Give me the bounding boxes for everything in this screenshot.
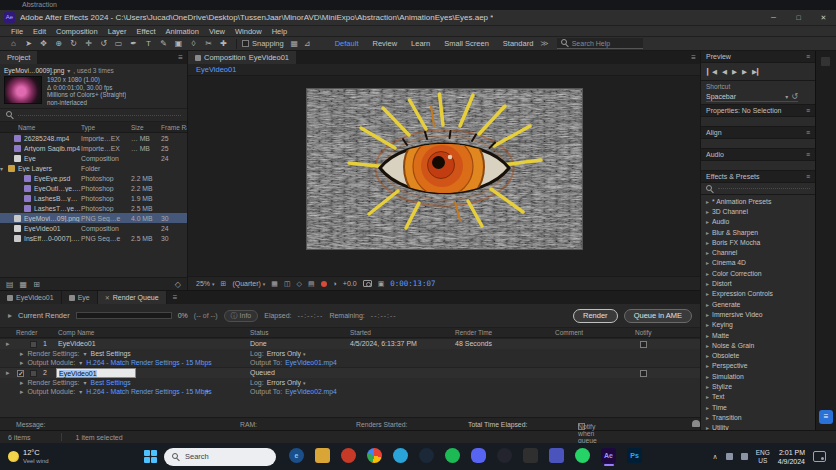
tab-timeline-eyevideo01[interactable]: EyeVideo01 bbox=[0, 291, 62, 304]
effects-category[interactable]: Color Correction bbox=[701, 268, 815, 278]
twirl-icon[interactable] bbox=[706, 331, 709, 340]
menu-item[interactable]: Window bbox=[230, 27, 267, 36]
viewer-tab[interactable]: EyeVideo01 bbox=[196, 65, 236, 74]
notify-checkbox[interactable] bbox=[640, 370, 647, 377]
effects-category[interactable]: Matte bbox=[701, 330, 815, 340]
twirl-icon[interactable]: ▾ bbox=[0, 165, 8, 172]
align-panel-header[interactable]: Align bbox=[701, 127, 815, 139]
twirl-icon[interactable] bbox=[706, 248, 709, 257]
composition-viewer[interactable] bbox=[188, 76, 700, 276]
eraser-tool-icon[interactable]: ◊ bbox=[186, 37, 201, 50]
dropdown-icon[interactable] bbox=[79, 359, 82, 366]
menu-item[interactable]: Edit bbox=[28, 27, 51, 36]
snapshot-icon[interactable] bbox=[363, 280, 372, 287]
weather-widget[interactable]: 12°C Veel wind bbox=[0, 443, 96, 470]
effects-category[interactable]: Blur & Sharpen bbox=[701, 227, 815, 237]
panel-menu-icon[interactable] bbox=[691, 53, 696, 62]
first-frame-icon[interactable] bbox=[707, 68, 717, 76]
menu-item[interactable]: File bbox=[6, 27, 28, 36]
help-search-input[interactable]: Search Help bbox=[557, 38, 643, 49]
delete-item-icon[interactable] bbox=[175, 280, 181, 289]
titlebar[interactable]: Ae Adobe After Effects 2024 - C:\Users\J… bbox=[0, 10, 836, 26]
play-icon[interactable] bbox=[732, 68, 737, 76]
panel-menu-icon[interactable] bbox=[806, 107, 810, 114]
channel-select-icon[interactable] bbox=[321, 281, 327, 287]
home-tool-icon[interactable]: ⌂ bbox=[6, 37, 21, 50]
menu-item[interactable]: Effect bbox=[131, 27, 160, 36]
twirl-icon[interactable] bbox=[706, 269, 709, 278]
twirl-icon[interactable] bbox=[20, 350, 23, 358]
brush-tool-icon[interactable]: ✎ bbox=[156, 37, 171, 50]
twirl-icon[interactable] bbox=[20, 359, 23, 367]
effects-category[interactable]: Distort bbox=[701, 278, 815, 288]
project-item-row[interactable]: Eye Composition 24 bbox=[0, 153, 187, 163]
zoom-tool-icon[interactable]: ⊕ bbox=[51, 37, 66, 50]
effects-category[interactable]: * Animation Presets bbox=[701, 196, 815, 206]
maximize-icon[interactable] bbox=[786, 10, 811, 25]
render-job-row-2[interactable]: 2 EyeVideo01 Queued bbox=[0, 367, 700, 378]
new-folder-icon[interactable] bbox=[20, 280, 28, 289]
effects-search-input[interactable] bbox=[701, 183, 815, 195]
pen-tool-icon[interactable]: ✒ bbox=[126, 37, 141, 50]
label-color-chip[interactable] bbox=[30, 341, 37, 348]
add-output-module-icon[interactable] bbox=[205, 388, 209, 395]
composition-canvas[interactable] bbox=[306, 88, 583, 250]
app-spotify[interactable] bbox=[443, 445, 462, 469]
collapsed-panel-icon[interactable] bbox=[821, 57, 830, 66]
effects-category[interactable]: Time bbox=[701, 402, 815, 412]
close-icon[interactable] bbox=[811, 10, 836, 25]
render-settings-value[interactable]: Best Settings bbox=[91, 379, 131, 386]
menu-item[interactable]: Animation bbox=[161, 27, 204, 36]
shortcut-select[interactable]: Spacebar bbox=[706, 92, 798, 102]
snapping-checkbox[interactable] bbox=[242, 40, 249, 47]
project-item-row[interactable]: EyeMovi…09].png PNG Seq…e 4.0 MB 30 bbox=[0, 213, 187, 223]
selection-tool-icon[interactable]: ➤ bbox=[21, 37, 36, 50]
transparency-grid-icon[interactable] bbox=[284, 280, 291, 288]
effects-category[interactable]: Audio bbox=[701, 217, 815, 227]
app-teams[interactable] bbox=[547, 445, 566, 469]
label-color-chip[interactable] bbox=[30, 370, 37, 377]
render-settings-value[interactable]: Best Settings bbox=[91, 350, 131, 357]
project-item-row[interactable]: Artyom Saqib.mp4 Importe…EX … MB 25 bbox=[0, 143, 187, 153]
panel-menu-icon[interactable] bbox=[173, 293, 178, 302]
twirl-icon[interactable] bbox=[706, 413, 709, 422]
twirl-icon[interactable] bbox=[706, 341, 709, 350]
hand-tool-icon[interactable]: ✥ bbox=[36, 37, 51, 50]
orbit-camera-tool-icon[interactable]: ↻ bbox=[66, 37, 81, 50]
notify-checkbox[interactable] bbox=[640, 341, 647, 348]
project-item-row[interactable]: EyeOutl…ye.psd Photoshop 2.2 MB bbox=[0, 183, 187, 193]
close-tab-icon[interactable] bbox=[105, 294, 110, 301]
output-to-value[interactable]: EyeVideo02.mp4 bbox=[285, 388, 337, 395]
app-chrome[interactable] bbox=[365, 445, 384, 469]
puppet-pin-tool-icon[interactable]: ✚ bbox=[216, 37, 231, 50]
twirl-icon[interactable] bbox=[706, 300, 709, 309]
start-button[interactable] bbox=[144, 450, 157, 463]
effects-category[interactable]: Immersive Video bbox=[701, 309, 815, 319]
project-item-row[interactable]: LashesT…ye.psd Photoshop 2.5 MB bbox=[0, 203, 187, 213]
effects-category[interactable]: Obsolete bbox=[701, 350, 815, 360]
menu-item[interactable]: Layer bbox=[103, 27, 132, 36]
snap-angle-icon[interactable] bbox=[301, 39, 314, 48]
twirl-icon[interactable] bbox=[706, 372, 709, 381]
dropdown-icon[interactable] bbox=[79, 388, 82, 395]
panel-menu-icon[interactable] bbox=[806, 151, 810, 158]
notification-center-icon[interactable] bbox=[813, 451, 826, 462]
tab-timeline-eye[interactable]: Eye bbox=[62, 291, 98, 304]
app-obs[interactable] bbox=[495, 445, 514, 469]
project-item-row[interactable]: LashesB…ye.psd Photoshop 1.9 MB bbox=[0, 193, 187, 203]
workspace-tab[interactable]: Standard bbox=[496, 39, 540, 48]
twirl-icon[interactable] bbox=[706, 258, 709, 267]
twirl-icon[interactable] bbox=[706, 351, 709, 360]
dropdown-icon[interactable] bbox=[84, 379, 87, 386]
exposure-value[interactable]: +0.0 bbox=[343, 280, 357, 287]
workspace-tab[interactable]: Learn bbox=[404, 39, 437, 48]
effects-category[interactable]: Expression Controls bbox=[701, 289, 815, 299]
app-steam[interactable] bbox=[417, 445, 436, 469]
twirl-icon[interactable] bbox=[6, 340, 10, 348]
app-discord[interactable] bbox=[469, 445, 488, 469]
audio-panel-header[interactable]: Audio bbox=[701, 149, 815, 161]
shape-tool-icon[interactable]: ▭ bbox=[111, 37, 126, 50]
zoom-select[interactable]: 25% bbox=[196, 280, 215, 287]
twirl-icon[interactable] bbox=[8, 311, 12, 320]
menu-item[interactable]: Composition bbox=[51, 27, 103, 36]
